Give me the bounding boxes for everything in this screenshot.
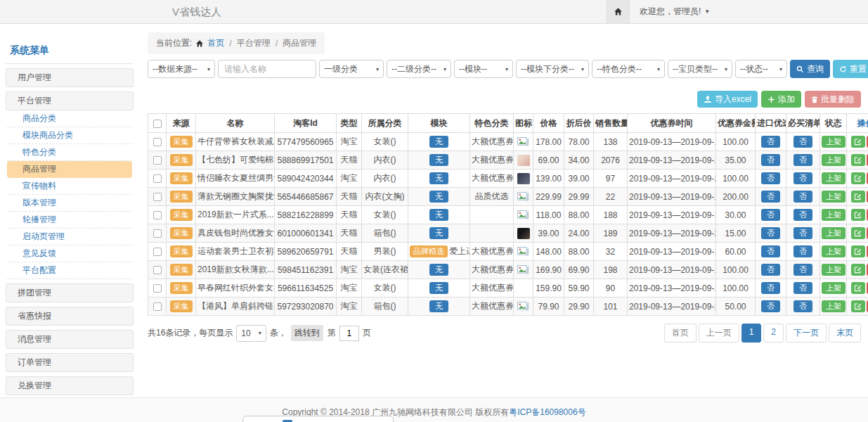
edit-button[interactable] [851,264,865,276]
status-toggle[interactable]: 上架 [822,245,846,258]
row-checkbox[interactable] [153,211,162,219]
edit-button[interactable] [851,154,865,166]
row-checkbox[interactable] [153,174,162,183]
filter-select-module-subcategory[interactable]: --模块下分类--▾ [516,60,589,78]
column-header: 必买清单 [786,114,820,133]
row-checkbox[interactable] [153,284,162,293]
row-checkbox[interactable] [153,138,162,146]
sidebar-item[interactable]: 兑换管理 [6,376,134,395]
sidebar-item[interactable]: 订单管理 [6,353,134,372]
filter-select-module[interactable]: --模块--▾ [454,60,513,78]
pager-button[interactable]: 下一页 [786,324,827,343]
pager-button[interactable]: 首页 [664,324,697,343]
cell-type: 天猫 [337,206,362,224]
edit-button[interactable] [851,245,865,257]
must-buy-toggle[interactable]: 否 [793,172,812,185]
sidebar-item[interactable]: 宣传物料 [7,178,132,195]
pager-button[interactable]: 上一页 [699,324,739,343]
home-button[interactable] [607,0,630,23]
filter-input-name-search[interactable] [218,60,316,78]
broken-image-icon [517,192,529,202]
row-checkbox[interactable] [153,248,162,256]
filter-select-level1-category[interactable]: 一级分类▾ [319,60,384,78]
icp-link[interactable]: 粤ICP备16098006号 [509,407,585,417]
must-buy-toggle[interactable]: 否 [793,227,812,240]
filter-select-label: 一级分类 [324,63,358,75]
row-checkbox[interactable] [153,266,162,274]
status-toggle[interactable]: 上架 [822,264,846,276]
user-menu[interactable]: 欢迎您，管理员! ▼ [640,6,710,18]
import-select-toggle[interactable]: 否 [761,136,780,148]
row-checkbox[interactable] [153,156,162,165]
must-buy-toggle[interactable]: 否 [793,264,812,276]
filter-select-data-source[interactable]: --数据来源--▾ [148,60,215,78]
sidebar-item[interactable]: 拼团管理 [6,283,134,302]
status-toggle[interactable]: 上架 [822,227,846,240]
select-all-checkbox[interactable] [153,120,162,128]
row-checkbox[interactable] [153,193,162,201]
import-select-toggle[interactable]: 否 [761,227,780,240]
filter-select-item-type[interactable]: --宝贝类型--▾ [668,60,732,78]
import-select-toggle[interactable]: 否 [761,154,780,167]
row-checkbox[interactable] [153,229,162,238]
edit-button[interactable] [851,191,865,203]
status-toggle[interactable]: 上架 [822,209,846,222]
must-buy-toggle[interactable]: 否 [793,300,812,313]
filter-select-status[interactable]: --状态--▾ [735,60,787,78]
edit-button[interactable] [851,300,865,312]
edit-button[interactable] [851,209,865,221]
sidebar-item[interactable]: 轮播管理 [7,212,132,229]
reset-button[interactable]: 重置 [833,60,868,78]
import-select-toggle[interactable]: 否 [761,300,780,313]
row-checkbox[interactable] [153,302,162,311]
import-select-toggle[interactable]: 否 [761,282,780,295]
sidebar-item[interactable]: 平台配置 [7,262,132,279]
edit-button[interactable] [851,136,865,148]
status-toggle[interactable]: 上架 [822,172,846,185]
must-buy-toggle[interactable]: 否 [793,154,812,167]
jump-button[interactable]: 跳转到 [291,325,323,341]
import-excel-button[interactable]: 导入excel [697,91,758,108]
status-toggle[interactable]: 上架 [822,282,846,295]
edit-button[interactable] [851,227,865,239]
must-buy-toggle[interactable]: 否 [793,209,812,222]
must-buy-toggle[interactable]: 否 [793,245,812,258]
pager-button[interactable]: 末页 [829,324,861,343]
batch-delete-button[interactable]: 批量删除 [805,91,861,108]
sidebar-item[interactable]: 模块商品分类 [7,127,132,144]
cell-icon [514,151,533,170]
import-select-toggle[interactable]: 否 [761,172,780,185]
page-number-input[interactable] [339,326,359,341]
sidebar-item[interactable]: 平台管理 [6,91,134,110]
add-button[interactable]: 添加 [761,91,801,108]
sidebar-item-active[interactable]: 商品管理 [7,161,132,178]
import-select-toggle[interactable]: 否 [761,264,780,276]
pager-button[interactable]: 2 [763,324,784,343]
search-button[interactable]: 查询 [790,60,830,78]
sidebar-item[interactable]: 商品分类 [7,110,132,127]
pager-button[interactable]: 1 [741,324,762,343]
status-toggle[interactable]: 上架 [822,191,846,203]
sidebar-item[interactable]: 消息管理 [6,330,134,349]
status-toggle[interactable]: 上架 [822,154,846,167]
status-toggle[interactable]: 上架 [822,300,846,313]
must-buy-toggle[interactable]: 否 [793,191,812,203]
filter-select-level2-category[interactable]: --二级分类--▾ [387,60,451,78]
import-select-toggle[interactable]: 否 [761,209,780,222]
sidebar-item[interactable]: 启动页管理 [7,229,132,245]
filter-select-feature-category[interactable]: --特色分类--▾ [592,60,665,78]
sidebar-item[interactable]: 意见反馈 [7,245,132,262]
status-toggle[interactable]: 上架 [822,136,846,148]
must-buy-toggle[interactable]: 否 [793,136,812,148]
sidebar-item[interactable]: 用户管理 [6,68,134,87]
edit-button[interactable] [851,282,865,294]
per-page-select[interactable]: 10 ▾ [236,325,266,342]
import-select-toggle[interactable]: 否 [761,191,780,203]
must-buy-toggle[interactable]: 否 [793,282,812,295]
sidebar-item[interactable]: 版本管理 [7,195,132,212]
sidebar-item[interactable]: 省惠快报 [6,307,134,326]
import-select-toggle[interactable]: 否 [761,245,780,258]
sidebar-item[interactable]: 特色分类 [7,144,132,161]
edit-button[interactable] [851,172,865,184]
breadcrumb-home-link[interactable]: 首页 [207,37,224,49]
